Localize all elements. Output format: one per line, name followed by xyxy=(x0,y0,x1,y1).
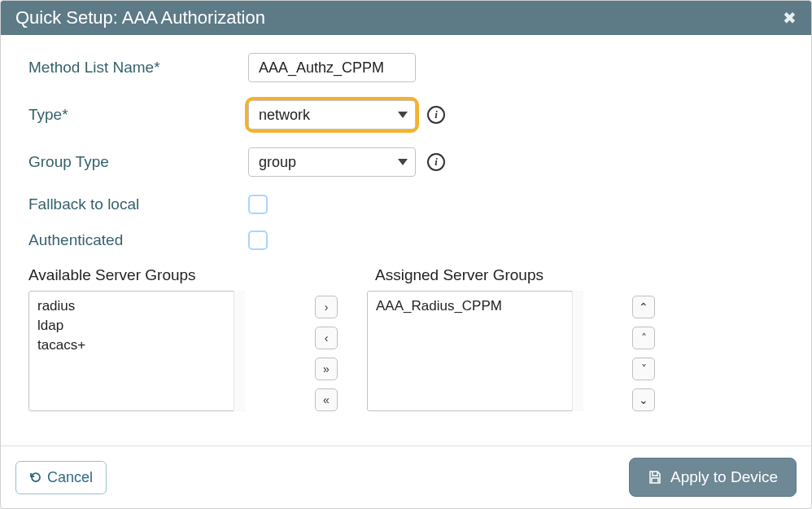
label-group-type: Group Type xyxy=(28,153,248,171)
listbox-available[interactable]: radiusldaptacacs+ xyxy=(28,291,245,411)
move-down-button[interactable]: ˅ xyxy=(632,358,655,380)
info-icon[interactable]: i xyxy=(427,153,445,171)
list-item[interactable]: tacacs+ xyxy=(37,336,236,355)
undo-icon xyxy=(29,471,42,484)
row-authenticated: Authenticated xyxy=(28,230,784,250)
label-fallback: Fallback to local xyxy=(28,195,248,213)
move-up-button[interactable]: ˄ xyxy=(632,327,655,349)
save-icon xyxy=(648,470,662,485)
cancel-label: Cancel xyxy=(47,469,93,486)
chevron-down-icon xyxy=(398,112,408,118)
scrollbar[interactable] xyxy=(572,291,583,411)
list-item[interactable]: radius xyxy=(37,296,236,316)
move-bottom-button[interactable]: ⌄ xyxy=(632,388,655,411)
row-group-type: Group Type group i xyxy=(28,147,784,177)
cancel-button[interactable]: Cancel xyxy=(15,461,107,494)
label-method-list-name: Method List Name* xyxy=(28,59,248,77)
info-icon[interactable]: i xyxy=(427,106,445,124)
select-type[interactable]: network xyxy=(248,100,416,129)
label-assigned-groups: Assigned Server Groups xyxy=(375,266,544,284)
apply-label: Apply to Device xyxy=(670,468,778,486)
label-authenticated: Authenticated xyxy=(28,231,248,249)
add-all-button[interactable]: » xyxy=(315,358,338,380)
list-item[interactable]: AAA_Radius_CPPM xyxy=(376,296,574,316)
order-buttons: ⌃ ˄ ˅ ⌄ xyxy=(632,296,655,411)
input-method-list-name[interactable] xyxy=(248,53,416,82)
dialog-aaa-authorization: Quick Setup: AAA Authorization ✖ Method … xyxy=(0,0,812,509)
checkbox-fallback[interactable] xyxy=(248,195,268,214)
apply-to-device-button[interactable]: Apply to Device xyxy=(629,458,797,497)
label-type: Type* xyxy=(28,106,248,124)
chevron-down-icon xyxy=(398,159,408,165)
listbox-assigned-wrap: AAA_Radius_CPPM xyxy=(367,291,583,411)
label-available-groups: Available Server Groups xyxy=(28,266,343,284)
remove-all-button[interactable]: « xyxy=(315,388,338,411)
dialog-body: Method List Name* Type* network i Group … xyxy=(1,35,811,445)
dialog-title: Quick Setup: AAA Authorization xyxy=(15,7,265,29)
row-type: Type* network i xyxy=(28,100,784,129)
list-item[interactable]: ldap xyxy=(37,316,236,336)
listbox-assigned[interactable]: AAA_Radius_CPPM xyxy=(367,291,583,411)
dialog-footer: Cancel Apply to Device xyxy=(1,445,811,508)
remove-button[interactable]: ‹ xyxy=(315,327,338,349)
server-groups-headers: Available Server Groups Assigned Server … xyxy=(28,266,784,284)
transfer-panel: radiusldaptacacs+ › ‹ » « AAA_Radius_CPP… xyxy=(28,291,784,411)
transfer-buttons: › ‹ » « xyxy=(315,296,338,411)
add-button[interactable]: › xyxy=(315,296,338,318)
row-fallback: Fallback to local xyxy=(28,195,784,214)
row-method-list-name: Method List Name* xyxy=(28,53,784,82)
move-top-button[interactable]: ⌃ xyxy=(632,296,655,318)
titlebar: Quick Setup: AAA Authorization ✖ xyxy=(1,1,811,35)
listbox-available-wrap: radiusldaptacacs+ xyxy=(28,291,245,411)
select-group-type-value: group xyxy=(259,154,296,171)
select-group-type[interactable]: group xyxy=(248,147,416,177)
checkbox-authenticated[interactable] xyxy=(248,230,268,250)
select-type-value: network xyxy=(259,107,310,124)
scrollbar[interactable] xyxy=(234,291,245,411)
close-icon[interactable]: ✖ xyxy=(783,8,797,28)
